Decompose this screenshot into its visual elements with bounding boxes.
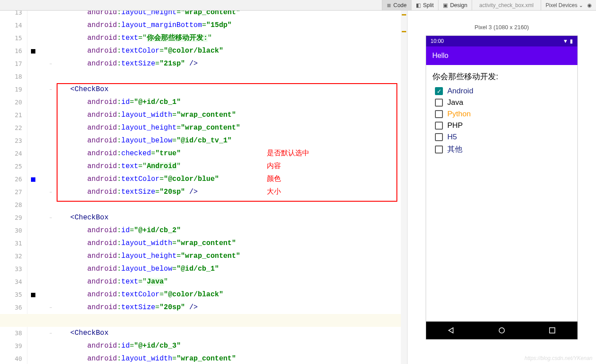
preview-pane: Pixel 3 (1080 x 2160) 10:00 ▼ ▮ Hello 你会…	[407, 11, 596, 364]
checkbox-label: PHP	[447, 121, 463, 130]
line-gutter: 1314151617181920212223242526272829303132…	[0, 11, 27, 364]
phone-appbar: Hello	[426, 46, 577, 65]
code-line[interactable]: android:layout_width="wrap_content"	[58, 109, 407, 122]
battery-icon: ▮	[570, 38, 573, 44]
code-line[interactable]: android:textColor="@color/black"	[58, 288, 407, 301]
tab-code[interactable]: ≣ Code	[382, 0, 411, 10]
code-line[interactable]: android:layout_height="wrap_content"	[58, 122, 407, 134]
nav-home-icon[interactable]	[498, 327, 505, 334]
fold-icon[interactable]: −	[49, 62, 53, 66]
line-number: 23	[0, 134, 22, 147]
code-line[interactable]: android:layout_height="wrap_content"	[58, 11, 407, 19]
checkbox-row[interactable]: 其他	[432, 143, 571, 156]
eye-icon[interactable]: ◉	[587, 2, 592, 8]
fold-icon[interactable]: −	[49, 306, 53, 310]
annotation: 大小	[267, 187, 281, 196]
annotation: 是否默认选中	[267, 149, 309, 158]
checkbox-label: H5	[447, 133, 457, 142]
checkbox-icon[interactable]	[435, 122, 443, 130]
line-number: 20	[0, 96, 22, 109]
tab-design-label: Design	[450, 2, 467, 8]
appbar-title: Hello	[432, 52, 448, 60]
editor-scrollbar[interactable]	[401, 11, 407, 364]
code-line[interactable]: <CheckBox	[58, 327, 407, 340]
checkbox-row[interactable]: H5	[432, 131, 571, 143]
checkbox-label: Java	[447, 98, 463, 107]
fold-icon[interactable]: −	[49, 331, 53, 336]
checkbox-icon[interactable]	[435, 133, 443, 141]
code-line[interactable]: android:textColor="@color/blue"	[58, 173, 407, 186]
code-line[interactable]: android:id="@+id/cb_1"	[58, 96, 407, 109]
checkbox-icon[interactable]	[435, 110, 443, 118]
code-line[interactable]	[58, 199, 407, 211]
line-number: 28	[0, 199, 22, 211]
code-line[interactable]: android:text="Android"	[58, 160, 407, 173]
checkbox-row[interactable]: Java	[432, 97, 571, 108]
code-line[interactable]: <CheckBox	[58, 83, 407, 96]
code-line[interactable]	[0, 314, 401, 327]
checkbox-label: Android	[447, 87, 473, 96]
preview-device-label: Pixel 3 (1080 x 2160)	[408, 24, 596, 31]
checkbox-icon[interactable]: ✓	[435, 87, 443, 95]
watermark: https://blog.csdn.net/YKenan	[525, 355, 592, 361]
line-number: 39	[0, 340, 22, 353]
nav-recent-icon[interactable]	[549, 327, 556, 334]
tab-split[interactable]: ◧ Split	[411, 0, 438, 10]
fold-icon[interactable]: −	[49, 190, 53, 195]
code-line[interactable]: android:id="@+id/cb_2"	[58, 224, 407, 237]
code-line[interactable]: android:checked="true"	[58, 147, 407, 160]
checkbox-icon[interactable]	[435, 99, 443, 107]
line-number: 13	[0, 11, 22, 19]
device-selector[interactable]: Pixel Devices ⌄ ◉	[541, 0, 596, 10]
image-icon: ▣	[443, 2, 448, 8]
code-line[interactable]: android:textColor="@color/black"	[58, 45, 407, 57]
line-number: 29	[0, 211, 22, 224]
nav-back-icon[interactable]	[448, 327, 455, 334]
line-number: 40	[0, 353, 22, 364]
annotation: 内容	[267, 161, 281, 171]
code-editor[interactable]: 1314151617181920212223242526272829303132…	[0, 11, 407, 364]
line-number: 33	[0, 263, 22, 276]
line-number: 38	[0, 327, 22, 340]
code-line[interactable]: android:layout_below="@id/cb_tv_1"	[58, 134, 407, 147]
top-toolbar: ≣ Code ◧ Split ▣ Design activity_check_b…	[0, 0, 596, 11]
line-number: 19	[0, 83, 22, 96]
code-line[interactable]: android:text="Java"	[58, 276, 407, 288]
color-swatch	[31, 177, 35, 182]
line-number: 22	[0, 122, 22, 134]
code-line[interactable]: android:layout_marginBottom="15dp"	[58, 19, 407, 32]
line-number: 18	[0, 70, 22, 83]
line-number: 27	[0, 186, 22, 199]
code-line[interactable]: android:textSize="21sp" />	[58, 57, 407, 70]
code-line[interactable]: <CheckBox	[58, 211, 407, 224]
code-line[interactable]: android:layout_width="wrap_content"	[58, 237, 407, 250]
tab-design[interactable]: ▣ Design	[438, 0, 472, 10]
line-number: 15	[0, 32, 22, 45]
code-line[interactable]: android:layout_width="wrap_content"	[58, 353, 407, 364]
code-line[interactable]: android:layout_height="wrap_content"	[58, 250, 407, 263]
svg-marker-0	[449, 328, 453, 333]
chevron-down-icon: ⌄	[579, 2, 583, 8]
phone-frame: 10:00 ▼ ▮ Hello 你会那些移动开发: ✓AndroidJavaPy…	[426, 35, 578, 340]
checkbox-label: 其他	[447, 144, 462, 154]
code-line[interactable]: android:layout_below="@id/cb_1"	[58, 263, 407, 276]
line-number: 26	[0, 173, 22, 186]
checkbox-icon[interactable]	[435, 146, 443, 153]
code-line[interactable]: android:textSize="20sp" />	[58, 301, 407, 314]
code-line[interactable]: android:id="@+id/cb_3"	[58, 340, 407, 353]
fold-icon[interactable]: −	[49, 216, 53, 220]
code-line[interactable]: android:textSize="20sp" />	[58, 186, 407, 199]
color-swatch	[31, 293, 35, 297]
line-number: 36	[0, 301, 22, 314]
code-line[interactable]: android:text="你会那些移动开发:"	[58, 32, 407, 45]
svg-point-1	[499, 328, 504, 333]
checkbox-row[interactable]: PHP	[432, 120, 571, 131]
code-line[interactable]	[58, 70, 407, 83]
list-icon: ≣	[387, 2, 391, 8]
checkbox-row[interactable]: Python	[432, 108, 571, 120]
annotation: 颜色	[267, 174, 281, 184]
checkbox-row[interactable]: ✓Android	[432, 85, 571, 97]
code-area[interactable]: android:layout_height="wrap_content" and…	[58, 11, 407, 364]
fold-icon[interactable]: −	[49, 88, 53, 92]
tab-split-label: Split	[423, 2, 434, 8]
